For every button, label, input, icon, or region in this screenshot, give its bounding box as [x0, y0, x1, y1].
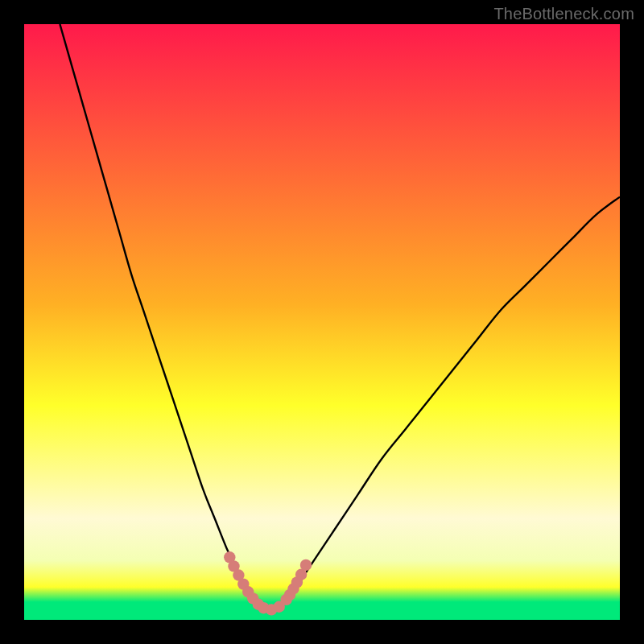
gradient-background: [24, 24, 620, 620]
watermark-text: TheBottleneck.com: [493, 5, 634, 23]
highlight-marker: [300, 559, 312, 571]
chart-svg: [24, 24, 620, 620]
plot-area: [24, 24, 620, 620]
chart-frame: TheBottleneck.com: [0, 0, 644, 644]
